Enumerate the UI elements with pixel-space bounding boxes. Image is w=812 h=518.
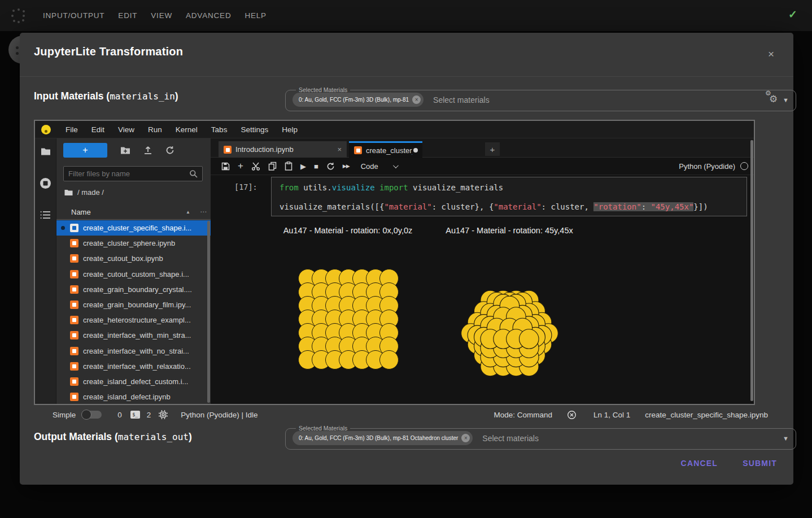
command-mode-indicator[interactable]: Mode: Command [494,411,553,419]
copy-cells-icon[interactable] [268,162,277,171]
close-icon[interactable]: × [768,49,774,59]
jp-menu-run[interactable]: Run [141,125,169,134]
upload-icon[interactable] [143,146,152,155]
tab-close-icon[interactable]: × [337,145,342,154]
app-logo-icon[interactable] [11,8,26,23]
dropdown-caret-icon[interactable]: ▼ [783,435,789,442]
app-menu-input-output[interactable]: INPUT/OUTPUT [43,11,104,20]
file-row[interactable]: create_island_defect.ipynb [56,389,211,404]
tab-create-cluster-specific-shape[interactable]: create_cluster_specific_sha [349,141,422,158]
kernel-name[interactable]: Python (Pyodide) [679,162,735,171]
jp-menu-view[interactable]: View [111,125,141,134]
running-dot-empty [61,380,65,384]
code-cell[interactable]: from utils.visualize import visualize_ma… [271,177,747,216]
trust-indicator-icon [567,410,577,420]
file-list-header[interactable]: Name ▲ ⋯ [56,204,211,220]
dropdown-caret-icon[interactable]: ▼ [783,97,789,103]
chip-remove-icon[interactable]: × [412,95,421,104]
file-row[interactable]: create_island_defect_custom.i... [56,374,211,389]
jp-menu-kernel[interactable]: Kernel [169,125,204,134]
material-chip[interactable]: 0: Au, Gold, FCC (Fm-3m) 3D (Bulk), mp-8… [293,431,473,445]
jupyterlite-transformation-dialog: JupyterLite Transformation × Input Mater… [20,33,793,485]
search-icon [189,169,198,178]
tab-introduction[interactable]: Introduction.ipynb × [219,141,347,158]
select-materials-placeholder[interactable]: Select materials [482,434,539,443]
running-sessions-icon[interactable] [40,177,51,189]
app-menu-advanced[interactable]: ADVANCED [186,11,231,20]
jp-menu-help[interactable]: Help [275,125,304,134]
app-menu-edit[interactable]: EDIT [118,11,137,20]
filter-files-field[interactable] [64,169,189,178]
running-dot-empty [61,349,65,353]
breadcrumb[interactable]: / made / [64,188,104,197]
notebook-scrollbar[interactable] [750,140,753,401]
restart-kernel-icon[interactable] [326,162,335,171]
notebook-file-icon [70,377,78,386]
output-materials-select[interactable]: Selected Materials 0: Au, Gold, FCC (Fm-… [285,425,796,450]
kernel-status-icon[interactable] [740,162,748,170]
materials-in-code: materials_in [110,91,175,102]
new-folder-icon[interactable] [120,146,130,155]
file-row[interactable]: create_heterostructure_exampl... [56,312,211,328]
chip-remove-icon[interactable]: × [461,434,470,442]
refresh-icon[interactable] [165,146,174,155]
jp-menu-file[interactable]: File [59,125,85,134]
jp-menu-edit[interactable]: Edit [85,125,111,134]
file-row[interactable]: create_grain_boundary_crystal.... [56,282,211,297]
dialog-actions: CANCEL SUBMIT [681,459,777,468]
paste-cells-icon[interactable] [285,162,293,171]
jp-menu-tabs[interactable]: Tabs [204,125,234,134]
run-cell-icon[interactable]: ▶ [300,162,306,171]
name-column-header[interactable]: Name [71,208,91,216]
material-chip[interactable]: 0: Au, Gold, FCC (Fm-3m) 3D (Bulk), mp-8… [293,93,424,107]
app-menu-view[interactable]: VIEW [151,11,172,20]
jp-menu-settings[interactable]: Settings [234,125,275,134]
submit-button[interactable]: SUBMIT [743,459,777,468]
save-icon[interactable] [221,162,230,171]
input-materials-select[interactable]: Selected Materials 0: Au, Gold, FCC (Fm-… [285,86,796,111]
new-launcher-button[interactable]: + [63,143,107,158]
notebook-file-icon [70,285,78,294]
cell-type-caret-icon[interactable] [393,163,399,168]
file-row[interactable]: create_interface_with_no_strai... [56,343,211,359]
file-row[interactable]: create_cluster_sphere.ipynb [56,236,211,251]
sort-ascending-icon[interactable]: ▲ [186,210,190,215]
file-row[interactable]: create_cutout_custom_shape.i... [56,267,211,282]
file-name: create_cutout_box.ipynb [83,254,163,263]
running-dot-empty [61,288,65,291]
notebook-file-icon [70,301,78,309]
cut-cells-icon[interactable] [251,162,260,171]
notebook-file-icon [70,331,78,339]
success-check-icon: ✓ [788,8,797,21]
file-row[interactable]: create_grain_boundary_film.ipy... [56,297,211,312]
file-row[interactable]: create_cluster_specific_shape.i... [56,220,211,236]
notebook-file-icon [354,146,362,154]
column-options-icon[interactable]: ⋯ [200,208,207,216]
select-materials-placeholder[interactable]: Select materials [433,95,490,105]
app-menu-help[interactable]: HELP [245,11,266,20]
stop-kernel-icon[interactable]: ■ [314,162,318,171]
add-cell-icon[interactable]: + [238,160,243,172]
file-row[interactable]: create_interface_with_relaxatio... [56,359,211,374]
file-browser-toolbar: + [56,142,211,158]
filter-files-input[interactable] [63,166,203,181]
cancel-button[interactable]: CANCEL [681,459,718,468]
file-row[interactable]: create_interface_with_min_stra... [56,328,211,343]
simple-mode-toggle[interactable] [82,411,102,419]
material-chip-label: 0: Au, Gold, FCC (Fm-3m) 3D (Bulk), mp-8… [299,97,409,103]
material-chip-label: 0: Au, Gold, FCC (Fm-3m) 3D (Bulk), mp-8… [299,435,458,441]
file-browser-tab-icon[interactable] [41,147,51,156]
cursor-position[interactable]: Ln 1, Col 1 [593,411,630,419]
file-list-scrollbar[interactable] [207,221,210,403]
notebook-file-icon [70,239,78,247]
cell-type-select[interactable]: Code [361,162,378,171]
new-tab-button[interactable]: + [485,142,500,156]
file-name: create_heterostructure_exampl... [83,316,191,324]
app-menubar: INPUT/OUTPUTEDITVIEWADVANCEDHELP ✓ [0,0,812,31]
file-row[interactable]: create_cutout_box.ipynb [56,251,211,266]
file-name: create_interface_with_no_strai... [83,347,189,355]
table-of-contents-icon[interactable] [40,211,51,219]
kernel-sessions-icon [159,410,168,419]
running-dot-empty [61,318,65,322]
restart-run-all-icon[interactable]: ▶▶ [343,163,350,169]
